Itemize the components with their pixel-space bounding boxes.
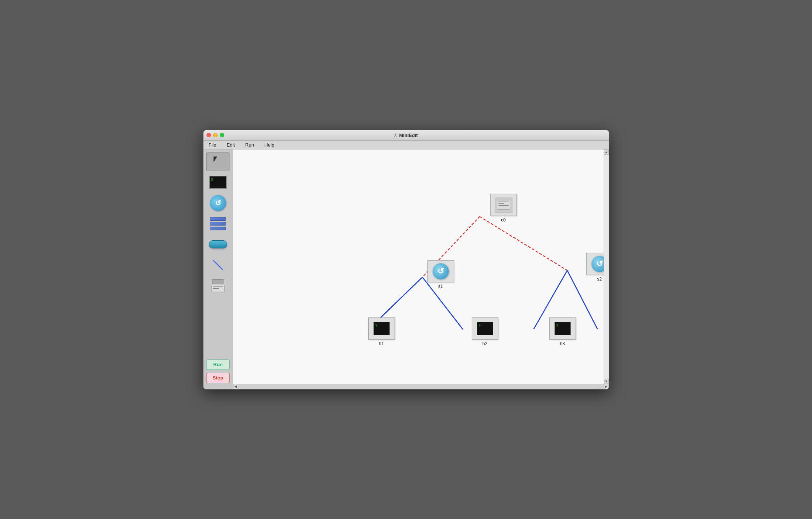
main-window: X MiniEdit File Edit Run Help xyxy=(203,130,609,389)
title-text: MiniEdit xyxy=(399,133,418,138)
left-toolbar: Run Stop xyxy=(204,149,233,389)
maximize-button[interactable] xyxy=(220,133,224,137)
link-tool[interactable] xyxy=(206,256,230,274)
link-icon xyxy=(209,255,228,274)
window-title: X MiniEdit xyxy=(394,133,418,138)
stack-switch-tool[interactable] xyxy=(206,214,230,233)
canvas-wrapper: c0 s1 s2 xyxy=(233,149,609,389)
controller-tool[interactable] xyxy=(206,276,230,295)
hub-icon xyxy=(209,240,227,248)
cursor-icon xyxy=(214,157,222,167)
titlebar: X MiniEdit xyxy=(204,130,609,141)
node-h2-box xyxy=(472,317,498,340)
link-c0-s2 xyxy=(480,216,567,270)
node-s1[interactable]: s1 xyxy=(427,260,454,289)
node-h2[interactable]: h2 xyxy=(472,317,498,346)
switch-tool[interactable] xyxy=(206,194,230,212)
node-c0-label: c0 xyxy=(501,217,506,223)
stop-button[interactable]: Stop xyxy=(206,373,230,383)
scroll-down-arrow[interactable]: ▼ xyxy=(604,379,609,384)
host-node-icon-h2 xyxy=(477,322,493,335)
node-s1-label: s1 xyxy=(438,284,443,289)
stack-switch-icon xyxy=(210,217,226,230)
network-links xyxy=(233,149,604,384)
menu-file[interactable]: File xyxy=(207,141,219,148)
controller-icon xyxy=(210,279,226,292)
host-node-icon-h1 xyxy=(373,322,390,335)
terminal-icon xyxy=(209,176,227,189)
node-h1[interactable]: h1 xyxy=(368,317,395,346)
node-s2-box xyxy=(586,253,604,275)
node-s2[interactable]: s2 xyxy=(586,253,604,282)
traffic-lights xyxy=(207,133,224,137)
hub-tool[interactable] xyxy=(206,235,230,254)
scrollbar-right[interactable]: ▲ ▼ xyxy=(604,149,609,384)
minimize-button[interactable] xyxy=(213,133,218,137)
node-h1-label: h1 xyxy=(379,341,384,346)
host-tool[interactable] xyxy=(206,173,230,192)
node-h1-box xyxy=(368,317,395,340)
node-s1-box xyxy=(427,260,454,282)
node-s2-label: s2 xyxy=(597,276,602,282)
scroll-right-arrow[interactable]: ▶ xyxy=(604,384,609,389)
controller-screen xyxy=(211,285,225,292)
scroll-up-arrow[interactable]: ▲ xyxy=(604,149,609,155)
node-c0[interactable]: c0 xyxy=(490,194,517,223)
title-icon: X xyxy=(394,133,397,137)
node-h2-label: h2 xyxy=(482,341,487,346)
menu-help[interactable]: Help xyxy=(262,141,277,148)
canvas-scroll-area: c0 s1 s2 xyxy=(233,149,609,384)
switch-node-icon-s1 xyxy=(433,263,449,279)
close-button[interactable] xyxy=(207,133,211,137)
switch-node-icon-s2 xyxy=(591,256,604,272)
menu-run[interactable]: Run xyxy=(243,141,256,148)
canvas[interactable]: c0 s1 s2 xyxy=(233,149,604,384)
run-button[interactable]: Run xyxy=(206,360,230,370)
menubar: File Edit Run Help xyxy=(204,141,609,149)
node-h3[interactable]: h3 xyxy=(549,317,576,346)
ctrl-line-b xyxy=(498,203,505,204)
node-h3-box xyxy=(549,317,576,340)
cursor-tool[interactable] xyxy=(206,152,230,171)
ctrl-line-c xyxy=(498,205,509,206)
controller-node-icon xyxy=(495,197,512,213)
bottom-scrollbar[interactable]: ◀ ▶ xyxy=(233,384,609,389)
main-content: Run Stop xyxy=(204,149,609,389)
ctrl-line-a xyxy=(498,202,509,202)
switch-icon xyxy=(210,195,226,211)
menu-edit[interactable]: Edit xyxy=(224,141,237,148)
scroll-track-right[interactable] xyxy=(604,155,609,379)
controller-node-screen xyxy=(497,200,510,210)
node-h3-label: h3 xyxy=(560,341,565,346)
node-c0-box xyxy=(490,194,517,216)
scroll-left-arrow[interactable]: ◀ xyxy=(233,384,238,389)
ctrl-line-1 xyxy=(213,286,223,287)
host-node-icon-h3 xyxy=(555,322,571,335)
ctrl-line-2 xyxy=(213,288,219,289)
